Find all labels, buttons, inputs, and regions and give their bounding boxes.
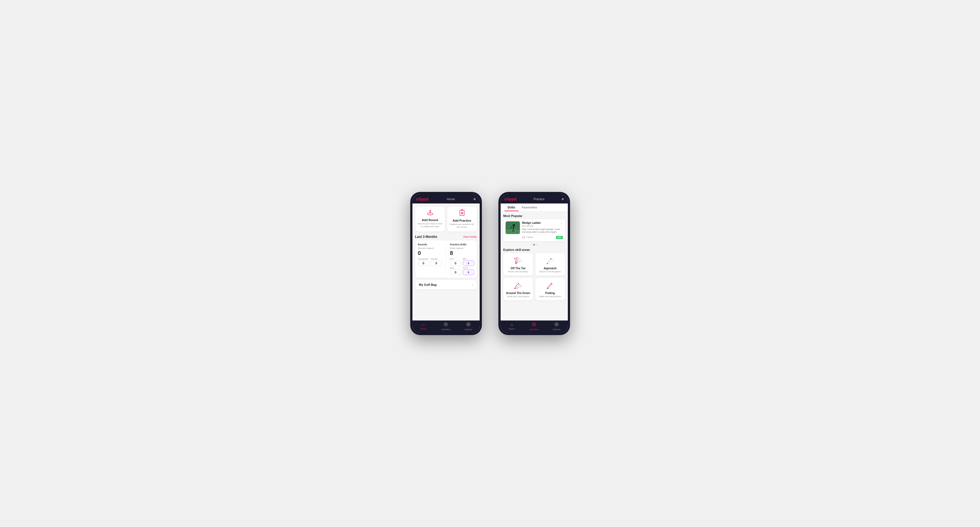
svg-point-31 xyxy=(519,257,519,258)
off-the-tee-icon xyxy=(513,256,524,266)
drill-shots: 9 shots xyxy=(522,236,533,239)
golf-bag-row[interactable]: My Golf Bag › xyxy=(415,280,477,289)
putt-value: 4 xyxy=(463,270,474,275)
phone2-activities-icon xyxy=(532,322,536,328)
tabs-row: Drills Favourites xyxy=(501,203,568,211)
drill-thumbnail xyxy=(506,221,520,234)
approach-desc: Dial-in to hit the green xyxy=(539,270,561,273)
add-practice-card[interactable]: Add Practice Capture your practice off-t… xyxy=(447,207,477,232)
svg-point-41 xyxy=(515,288,516,289)
putt-label: PUTT xyxy=(463,267,474,269)
around-the-green-desc: Hone your short game xyxy=(507,295,529,298)
svg-point-39 xyxy=(514,288,515,289)
stats-card: Rounds Rounds Capture 0 Tournament 0 Pra… xyxy=(415,240,477,278)
phone2-nav-capture[interactable]: Capture xyxy=(545,322,568,331)
nav-capture[interactable]: Capture xyxy=(457,322,479,331)
rounds-value: 0 xyxy=(418,250,442,256)
dot-1[interactable] xyxy=(531,244,532,245)
drill-desc: Play 1 shot at each target yardage. If y… xyxy=(522,228,563,233)
dot-2[interactable] xyxy=(533,244,535,245)
most-popular-title: Most Popular xyxy=(501,211,568,219)
app-badge: APP xyxy=(556,236,563,239)
star-button[interactable]: ☆ xyxy=(560,221,563,225)
phone2-hamburger-icon[interactable]: ≡ xyxy=(562,197,564,201)
phone1-logo: clippd xyxy=(416,197,428,201)
tab-favourites[interactable]: Favourites xyxy=(519,203,541,211)
phone-1: clippd Home ≡ A xyxy=(410,192,482,335)
off-the-tee-desc: Power and accuracy xyxy=(508,270,528,273)
phone1-header: clippd Home ≡ xyxy=(412,194,480,203)
phone2-nav-home[interactable]: ⌂ Home xyxy=(501,322,523,331)
nav-activities[interactable]: Activities xyxy=(435,322,457,331)
activities-icon xyxy=(444,322,448,328)
svg-point-38 xyxy=(553,260,554,261)
drills-capture-label: Drills Capture xyxy=(450,247,474,249)
capture-label: Capture xyxy=(465,328,472,331)
skill-around-the-green[interactable]: Around The Green Hone your short game xyxy=(503,278,533,300)
add-practice-title: Add Practice xyxy=(453,219,471,222)
practice-label: Practice xyxy=(431,258,442,260)
home-label: Home xyxy=(420,328,426,330)
svg-point-33 xyxy=(521,260,522,261)
phone1-title: Home xyxy=(447,197,455,201)
phone2-activities-label: Activities xyxy=(530,328,539,331)
putting-title: Putting xyxy=(545,292,555,295)
svg-point-47 xyxy=(547,288,548,289)
phone2-nav-activities[interactable]: Activities xyxy=(523,322,545,331)
tournament-stat: Tournament 0 xyxy=(418,258,429,266)
phone2-home-label: Home xyxy=(509,328,514,330)
stats-section-title: Last 3 Months xyxy=(415,235,438,239)
svg-point-42 xyxy=(520,284,520,285)
phone1-bottom-nav: ⌂ Home Activities xyxy=(412,321,480,333)
phone2-logo: clippd xyxy=(504,197,517,201)
svg-point-48 xyxy=(548,288,549,289)
dot-3[interactable] xyxy=(536,244,537,245)
svg-point-36 xyxy=(547,263,548,264)
view-activity-link[interactable]: View Activity xyxy=(463,235,477,238)
skill-putting[interactable]: Putting Make and lag practice xyxy=(535,278,565,300)
drills-col: Practice Drills Drills Capture 8 OTT 0 A… xyxy=(450,243,474,275)
add-round-title: Add Round xyxy=(422,218,438,222)
tab-drills[interactable]: Drills xyxy=(504,203,519,211)
rounds-capture-label: Rounds Capture xyxy=(418,247,442,249)
arg-value: 0 xyxy=(450,270,461,275)
phone-2: clippd Practice ≡ Drills Favourites Most… xyxy=(498,192,570,335)
approach-icon xyxy=(545,256,556,266)
capture-icon xyxy=(466,322,471,328)
phone2-capture-icon xyxy=(554,322,559,328)
putting-icon xyxy=(545,281,556,290)
app-value: 4 xyxy=(463,260,474,266)
skill-off-the-tee[interactable]: Off The Tee Power and accuracy xyxy=(503,253,533,276)
app-label: APP xyxy=(463,258,474,260)
add-practice-desc: Capture your practice off-the-course xyxy=(449,223,475,229)
stats-section-header: Last 3 Months View Activity xyxy=(412,234,480,240)
ott-label: OTT xyxy=(450,258,461,260)
arg-stat: ARG 0 xyxy=(450,267,461,275)
svg-rect-5 xyxy=(461,210,463,211)
drill-card[interactable]: Wedge Ladder 50–100 yds ☆ Play 1 shot at… xyxy=(503,219,565,241)
svg-point-32 xyxy=(520,259,521,259)
approach-title: Approach xyxy=(544,267,557,270)
svg-line-28 xyxy=(516,261,522,263)
skill-approach[interactable]: Approach Dial-in to hit the green xyxy=(535,253,565,276)
practice-stat: Practice 0 xyxy=(431,258,442,266)
svg-line-24 xyxy=(515,258,516,264)
practice-value: 0 xyxy=(431,260,442,266)
tournament-value: 0 xyxy=(418,260,429,266)
svg-point-23 xyxy=(522,236,525,238)
drills-value: 8 xyxy=(450,250,474,256)
add-round-card[interactable]: Add Round Record your shots in fast or e… xyxy=(415,207,445,232)
drill-range: 50–100 yds xyxy=(522,225,541,227)
dots-row xyxy=(501,243,568,246)
nav-home[interactable]: ⌂ Home xyxy=(412,322,435,331)
ott-stat: OTT 0 xyxy=(450,258,461,266)
phone2-content: Most Popular xyxy=(501,211,568,321)
rounds-col: Rounds Rounds Capture 0 Tournament 0 Pra… xyxy=(418,243,442,275)
hamburger-icon[interactable]: ≡ xyxy=(473,197,476,201)
golf-bag-chevron: › xyxy=(472,283,473,287)
action-cards: Add Round Record your shots in fast or e… xyxy=(412,203,480,234)
svg-point-29 xyxy=(514,258,515,259)
drill-info: Wedge Ladder 50–100 yds ☆ Play 1 shot at… xyxy=(522,221,563,239)
ott-value: 0 xyxy=(450,260,461,266)
drills-title: Practice Drills xyxy=(450,243,474,246)
